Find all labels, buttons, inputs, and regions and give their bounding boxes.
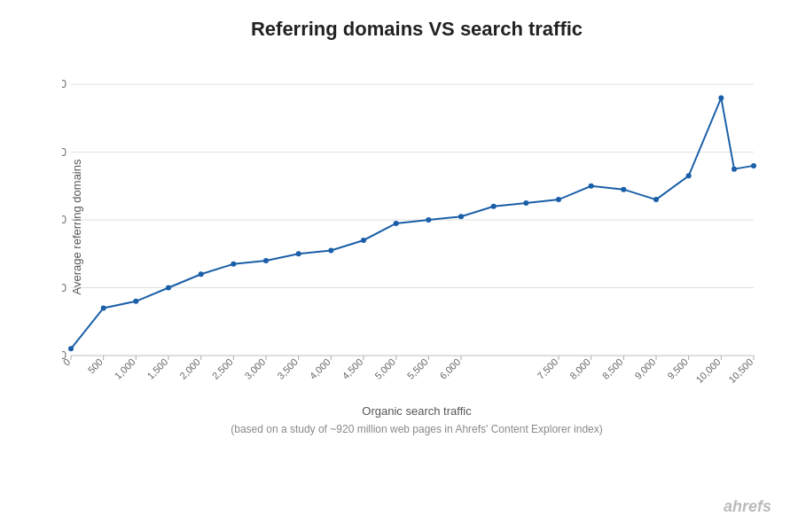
svg-text:6,000: 6,000 [437,356,462,381]
svg-point-70 [686,173,692,178]
svg-text:2,000: 2,000 [177,356,202,381]
svg-point-56 [231,262,236,267]
svg-point-53 [133,299,138,304]
svg-point-57 [263,258,269,263]
svg-text:8,000: 8,000 [567,356,592,381]
svg-text:9,500: 9,500 [665,356,690,381]
svg-point-59 [328,247,333,253]
svg-text:7,500: 7,500 [535,356,559,381]
svg-text:40: 40 [62,214,66,226]
chart-area: Average referring domains 02040608005001… [62,59,771,395]
chart-svg: 02040608005001,0001,5002,0002,5003,0003,… [62,59,771,395]
y-axis-label: Average referring domains [70,160,83,295]
chart-container: Referring domains VS search traffic Aver… [0,0,798,532]
svg-text:10,000: 10,000 [693,356,722,385]
svg-point-52 [101,305,106,310]
svg-text:20: 20 [62,282,66,294]
svg-text:3,000: 3,000 [242,356,267,381]
svg-point-51 [68,346,74,351]
svg-text:4,000: 4,000 [308,356,332,381]
svg-point-62 [426,217,431,223]
svg-text:4,500: 4,500 [340,356,364,381]
svg-point-66 [556,197,561,202]
svg-text:80: 80 [62,78,66,90]
svg-point-67 [589,184,594,189]
svg-text:10,500: 10,500 [726,356,755,385]
svg-point-64 [491,204,497,209]
svg-text:5,500: 5,500 [405,356,430,381]
svg-text:5,000: 5,000 [372,356,397,381]
svg-point-68 [621,187,626,192]
svg-point-73 [751,163,756,168]
svg-text:1,500: 1,500 [145,356,169,381]
svg-point-72 [732,167,737,172]
svg-text:1,000: 1,000 [113,356,137,381]
svg-text:500: 500 [86,356,105,375]
svg-text:60: 60 [62,146,66,159]
svg-point-58 [296,251,301,256]
svg-point-65 [523,200,528,206]
svg-point-61 [394,221,399,226]
svg-text:2,500: 2,500 [210,356,235,381]
brand-label: ahrefs [724,497,771,516]
svg-point-63 [458,214,464,219]
svg-point-60 [361,238,366,243]
chart-title: Referring domains VS search traffic [62,18,771,41]
svg-text:8,500: 8,500 [600,356,625,381]
svg-point-69 [653,197,659,202]
svg-point-55 [199,271,204,277]
svg-text:3,500: 3,500 [275,356,300,381]
svg-point-54 [166,286,171,291]
svg-point-71 [718,95,724,100]
x-axis-label: Organic search traffic [62,404,771,418]
footer-note: (based on a study of ~920 million web pa… [62,423,771,435]
svg-text:9,000: 9,000 [632,356,657,381]
